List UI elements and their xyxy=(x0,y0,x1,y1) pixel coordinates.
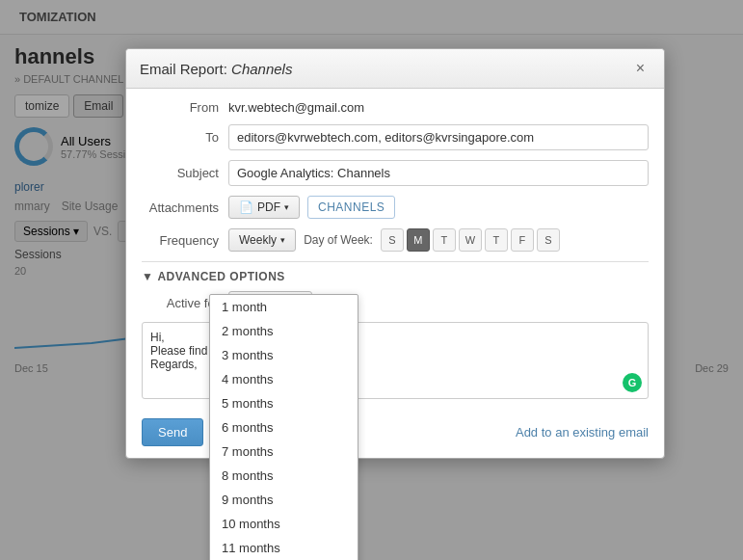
from-label: From xyxy=(142,100,228,115)
dropdown-item-11months[interactable]: 11 months xyxy=(210,536,358,560)
pdf-caret: ▾ xyxy=(284,202,289,212)
collapse-icon: ▼ xyxy=(142,270,153,283)
day-tuesday[interactable]: T xyxy=(433,228,456,252)
send-button[interactable]: Send xyxy=(142,418,203,446)
modal-title: Email Report: Channels xyxy=(140,61,292,77)
day-of-week-label: Day of Week: xyxy=(304,233,373,247)
dropdown-item-1month[interactable]: 1 month xyxy=(210,295,358,319)
attachment-group: 📄 PDF ▾ CHANNELS xyxy=(228,196,395,219)
attachments-label: Attachments xyxy=(142,200,228,215)
day-sunday[interactable]: S xyxy=(381,228,404,252)
modal-body: From kvr.webtech@gmail.com To Subject At… xyxy=(126,89,664,411)
channels-button[interactable]: CHANNELS xyxy=(307,196,395,219)
dropdown-item-3months[interactable]: 3 months xyxy=(210,343,358,367)
day-buttons: S M T W T F S xyxy=(381,228,560,252)
frequency-group: Weekly ▾ Day of Week: S M T W T F S xyxy=(228,228,560,252)
dropdown-item-9months[interactable]: 9 months xyxy=(210,488,358,512)
pdf-button[interactable]: 📄 PDF ▾ xyxy=(228,196,300,219)
day-friday[interactable]: F xyxy=(511,228,534,252)
subject-input[interactable] xyxy=(228,160,649,186)
from-row: From kvr.webtech@gmail.com xyxy=(142,100,649,115)
modal-header: Email Report: Channels × xyxy=(126,49,664,89)
dropdown-item-5months[interactable]: 5 months xyxy=(210,391,358,415)
from-value: kvr.webtech@gmail.com xyxy=(228,100,364,115)
subject-row: Subject xyxy=(142,160,649,186)
dropdown-item-2months[interactable]: 2 months xyxy=(210,319,358,343)
grammarly-icon: G xyxy=(623,373,642,392)
day-saturday[interactable]: S xyxy=(537,228,560,252)
dropdown-item-8months[interactable]: 8 months xyxy=(210,464,358,488)
add-existing-button[interactable]: Add to an existing email xyxy=(516,425,649,440)
day-monday[interactable]: M xyxy=(407,228,430,252)
weekly-caret: ▾ xyxy=(280,235,285,245)
to-row: To xyxy=(142,124,649,150)
day-thursday[interactable]: T xyxy=(485,228,508,252)
to-label: To xyxy=(142,130,228,145)
day-wednesday[interactable]: W xyxy=(459,228,482,252)
advanced-toggle[interactable]: ▼ ADVANCED OPTIONS xyxy=(142,270,649,283)
dropdown-item-4months[interactable]: 4 months xyxy=(210,367,358,391)
pdf-icon: 📄 xyxy=(239,200,253,214)
modal-footer: Send Can Add to an existing email xyxy=(126,411,664,458)
months-dropdown: 1 month 2 months 3 months 4 months 5 mon… xyxy=(209,294,358,560)
weekly-button[interactable]: Weekly ▾ xyxy=(228,228,296,252)
frequency-label: Frequency xyxy=(142,233,228,248)
attachments-row: Attachments 📄 PDF ▾ CHANNELS xyxy=(142,196,649,219)
dropdown-item-7months[interactable]: 7 months xyxy=(210,440,358,464)
modal-close-button[interactable]: × xyxy=(630,59,650,78)
to-input[interactable] xyxy=(228,124,649,150)
frequency-row: Frequency Weekly ▾ Day of Week: S M T W … xyxy=(142,228,649,252)
dropdown-item-10months[interactable]: 10 months xyxy=(210,512,358,536)
subject-label: Subject xyxy=(142,166,228,180)
email-report-modal: Email Report: Channels × From kvr.webtec… xyxy=(125,48,665,459)
dropdown-item-6months[interactable]: 6 months xyxy=(210,415,358,440)
